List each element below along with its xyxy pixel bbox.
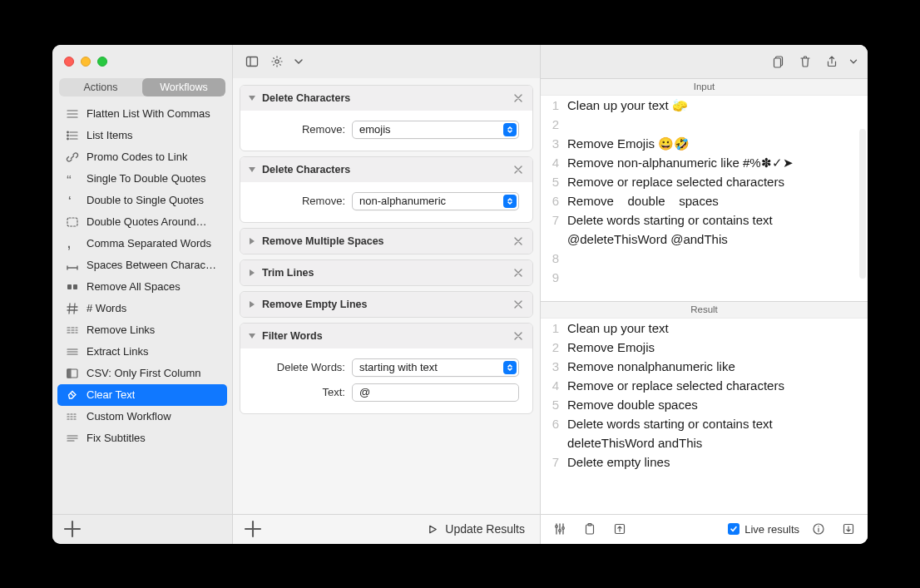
editor-footer: Update Results <box>233 514 540 544</box>
select-field[interactable]: starting with text <box>352 358 519 377</box>
sidebar-item-label: CSV: Only First Column <box>87 367 201 379</box>
add-action-button[interactable] <box>243 519 263 539</box>
close-window[interactable] <box>64 57 74 67</box>
trash-icon[interactable] <box>794 52 816 72</box>
sidebar-item-list-items[interactable]: List Items <box>57 125 227 146</box>
action-blocks: Delete CharactersRemove:emojisDelete Cha… <box>233 78 540 514</box>
update-results-button[interactable]: Update Results <box>423 520 530 538</box>
tab-workflows[interactable]: Workflows <box>142 78 225 96</box>
disclosure-triangle-icon[interactable] <box>247 299 257 309</box>
rspaces-icon <box>65 279 80 294</box>
scrollbar[interactable] <box>859 129 866 279</box>
close-icon[interactable] <box>511 329 526 343</box>
editor-line: Clean up your text 🧽 <box>567 96 863 115</box>
block-header[interactable]: Remove Empty Lines <box>240 292 532 317</box>
right-footer: Live results <box>541 514 868 544</box>
close-icon[interactable] <box>511 265 526 280</box>
sidebar-item-promo-codes-to-link[interactable]: Promo Codes to Link <box>57 146 227 168</box>
editor-line: Delete empty lines <box>567 452 863 472</box>
link-icon <box>65 150 80 165</box>
export-icon[interactable] <box>838 519 859 539</box>
sidebar-item-double-to-single-quotes[interactable]: ‘Double to Single Quotes <box>57 190 227 211</box>
sidebar-item-spaces-between-charac[interactable]: Spaces Between Charac… <box>57 254 227 276</box>
disclosure-triangle-icon[interactable] <box>247 268 257 278</box>
block-header[interactable]: Remove Multiple Spaces <box>240 229 532 254</box>
send-out-icon[interactable] <box>609 519 631 539</box>
gutter-line: 6 <box>541 414 559 433</box>
sidebar-item-label: Extract Links <box>87 345 148 358</box>
sidebar-item-fix-subtitles[interactable]: Fix Subtitles <box>57 427 227 449</box>
block-header[interactable]: Trim Lines <box>240 260 532 285</box>
sidebar-item-clear-text[interactable]: Clear Text <box>57 384 227 406</box>
sidebar-item-double-quotes-around[interactable]: Double Quotes Around… <box>57 211 227 233</box>
sidebar-item-flatten-list-with-commas[interactable]: Flatten List With Commas <box>57 103 227 125</box>
sliders-icon[interactable] <box>549 519 571 539</box>
sidebar-item-custom-workflow[interactable]: Custom Workflow <box>57 406 227 427</box>
svg-point-17 <box>562 527 565 530</box>
sidebar-item-remove-all-spaces[interactable]: Remove All Spaces <box>57 276 227 298</box>
gear-icon[interactable] <box>266 52 288 72</box>
close-icon[interactable] <box>511 162 526 177</box>
close-icon[interactable] <box>511 91 526 106</box>
toggle-sidebar-icon[interactable] <box>241 52 263 72</box>
hash-icon <box>65 301 80 316</box>
chevron-updown-icon <box>503 123 517 136</box>
share-chevron-icon[interactable] <box>848 52 859 72</box>
disclosure-triangle-icon[interactable] <box>247 165 257 175</box>
minimize-window[interactable] <box>81 57 91 67</box>
svg-rect-10 <box>67 369 71 378</box>
sidebar-item-single-to-double-quotes[interactable]: ‘‘Single To Double Quotes <box>57 168 227 190</box>
tab-actions[interactable]: Actions <box>59 78 142 96</box>
block-title: Delete Characters <box>262 92 350 104</box>
editor-line: Remove double spaces <box>567 395 863 414</box>
chevron-updown-icon <box>503 361 517 374</box>
close-icon[interactable] <box>511 297 526 312</box>
block-title: Remove Empty Lines <box>262 299 367 310</box>
sidebar-item-label: Spaces Between Charac… <box>87 259 216 271</box>
add-workflow-button[interactable] <box>62 519 82 539</box>
input-editor[interactable]: 123456789 Clean up your text 🧽 Remove Em… <box>541 96 868 301</box>
sidebar-item-csv-only-first-column[interactable]: CSV: Only First Column <box>57 363 227 384</box>
gutter-line: 1 <box>541 319 559 338</box>
custom-icon <box>65 409 80 424</box>
block-title: Filter Words <box>262 330 323 342</box>
copy-icon[interactable] <box>768 52 789 72</box>
gutter-line: 3 <box>541 134 559 153</box>
close-icon[interactable] <box>511 234 526 249</box>
svg-rect-18 <box>586 525 594 534</box>
info-icon[interactable] <box>808 519 829 539</box>
sidebar-item-remove-links[interactable]: Remove Links <box>57 319 227 341</box>
text-field[interactable] <box>352 383 519 402</box>
paste-icon[interactable] <box>579 519 601 539</box>
action-block: Trim Lines <box>240 259 533 286</box>
svg-point-12 <box>275 59 279 62</box>
sidebar-item-extract-links[interactable]: Extract Links <box>57 341 227 363</box>
disclosure-triangle-icon[interactable] <box>247 331 257 341</box>
live-results-toggle[interactable]: Live results <box>728 523 799 536</box>
block-row: Delete Words:starting with text <box>254 358 519 377</box>
sidebar-item-comma-separated-words[interactable]: ,Comma Separated Words <box>57 233 227 254</box>
sidebar-item-words[interactable]: # Words <box>57 298 227 319</box>
share-icon[interactable] <box>821 52 843 72</box>
zoom-window[interactable] <box>97 57 107 67</box>
result-editor[interactable]: 1234567 Clean up your textRemove EmojisR… <box>541 319 868 514</box>
flatten-icon <box>65 106 80 121</box>
disclosure-triangle-icon[interactable] <box>247 93 257 103</box>
gutter-line: 5 <box>541 395 559 414</box>
select-field[interactable]: emojis <box>352 121 519 139</box>
action-block: Delete CharactersRemove:emojis <box>240 85 533 151</box>
gutter-line: 4 <box>541 376 559 395</box>
block-header[interactable]: Delete Characters <box>240 86 532 111</box>
workflow-editor: Delete CharactersRemove:emojisDelete Cha… <box>233 45 541 544</box>
select-field[interactable]: non-alphanumeric <box>352 192 519 210</box>
block-header[interactable]: Delete Characters <box>240 157 532 182</box>
gutter-line: 2 <box>541 338 559 357</box>
sidebar-item-label: Flatten List With Commas <box>87 107 210 120</box>
sidebar-item-label: Double Quotes Around… <box>87 215 207 228</box>
disclosure-triangle-icon[interactable] <box>247 236 257 246</box>
select-value: non-alphanumeric <box>359 195 503 207</box>
menu-chevron-icon[interactable] <box>291 52 306 72</box>
block-header[interactable]: Filter Words <box>240 324 532 348</box>
sidebar-item-label: Comma Separated Words <box>87 237 211 250</box>
subs-icon <box>65 431 80 446</box>
